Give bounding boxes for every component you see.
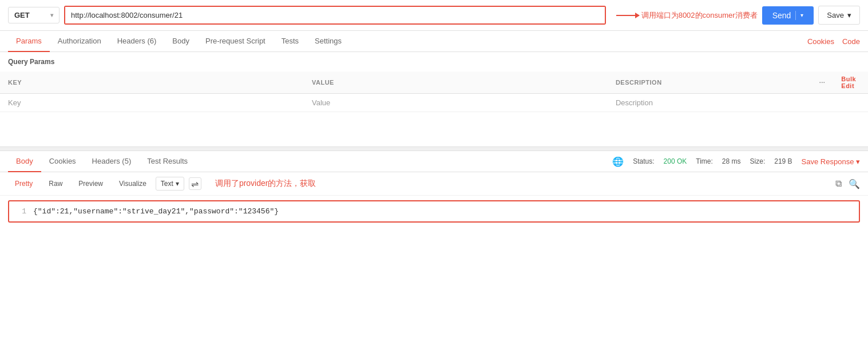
search-icon[interactable]: 🔍 [849,179,860,189]
text-format-chevron: ▾ [176,180,179,188]
method-value: GET [14,11,30,19]
size-label: Size: [750,157,766,165]
tab-headers[interactable]: Headers (6) [109,31,165,52]
response-tab-test-results[interactable]: Test Results [139,151,196,172]
response-tabs: Body Cookies Headers (5) Test Results 🌐 … [0,151,868,172]
time-label: Time: [696,157,713,165]
text-format-select[interactable]: Text ▾ [156,177,184,191]
save-chevron: ▾ [847,11,851,19]
table-row: Key Value Description [0,94,868,112]
response-code-area: 1 {"id":21,"username":"strive_day21","pa… [8,200,860,223]
tab-settings[interactable]: Settings [307,31,350,52]
sub-tab-raw[interactable]: Raw [42,177,69,191]
method-dropdown[interactable]: GET ▾ [8,7,60,23]
url-bar: GET ▾ 调用端口为8002的consumer消费者 Send ▾ Save … [0,0,868,31]
params-table: KEY VALUE DESCRIPTION ··· Bulk Edit Key … [0,72,868,112]
col-value: VALUE [304,72,608,94]
col-key: KEY [0,72,304,94]
response-tab-body[interactable]: Body [8,151,41,172]
time-value: 28 ms [722,157,741,165]
response-annotation: 调用了provider的方法，获取 [215,179,316,189]
send-chevron: ▾ [800,12,803,18]
url-annotation: 调用端口为8002的consumer消费者 [616,10,758,21]
save-label: Save [827,11,844,19]
tab-params[interactable]: Params [8,31,50,52]
status-label: Status: [633,157,654,165]
code-link[interactable]: Code [842,37,860,46]
save-button[interactable]: Save ▾ [818,6,860,25]
response-sub-tabs: Pretty Raw Preview Visualize Text ▾ ⇌ 调用… [0,172,868,196]
send-separator [795,11,796,20]
request-tabs: Params Authorization Headers (6) Body Pr… [0,31,868,52]
key-placeholder[interactable]: Key [0,94,304,112]
col-description: DESCRIPTION [608,72,799,94]
tab-pre-request[interactable]: Pre-request Script [197,31,274,52]
query-params-title: Query Params [0,52,868,72]
send-button[interactable]: Send ▾ [762,6,814,25]
arrow-line [616,15,639,16]
response-tab-headers[interactable]: Headers (5) [84,151,140,172]
status-value: 200 OK [664,157,687,165]
desc-placeholder[interactable]: Description [608,94,799,112]
send-label: Send [772,11,791,20]
tab-tests[interactable]: Tests [274,31,307,52]
tab-body[interactable]: Body [164,31,197,52]
url-input[interactable] [65,7,605,23]
code-content: {"id":21,"username":"strive_day21","pass… [33,207,279,216]
url-input-wrapper [64,6,606,25]
col-bulk[interactable]: Bulk Edit [833,72,868,94]
text-format-label: Text [161,180,173,188]
panel-divider [0,146,868,151]
copy-icon[interactable]: ⧉ [835,179,842,189]
method-chevron: ▾ [50,12,53,18]
globe-icon: 🌐 [612,156,624,167]
response-tab-cookies[interactable]: Cookies [41,151,84,172]
response-status-area: 🌐 Status: 200 OK Time: 28 ms Size: 219 B… [612,156,860,167]
sub-tab-preview[interactable]: Preview [72,177,110,191]
save-response-button[interactable]: Save Response ▾ [802,157,860,166]
sub-tab-visualize[interactable]: Visualize [112,177,153,191]
sub-tab-pretty[interactable]: Pretty [8,177,39,191]
size-value: 219 B [774,157,792,165]
col-more[interactable]: ··· [799,72,834,94]
tab-authorization[interactable]: Authorization [50,31,109,52]
tab-right-links: Cookies Code [807,37,860,46]
line-number: 1 [17,207,26,216]
annotation-text: 调用端口为8002的consumer消费者 [641,10,758,21]
wrap-icon[interactable]: ⇌ [189,177,201,190]
cookies-link[interactable]: Cookies [807,37,834,46]
value-placeholder[interactable]: Value [304,94,608,112]
